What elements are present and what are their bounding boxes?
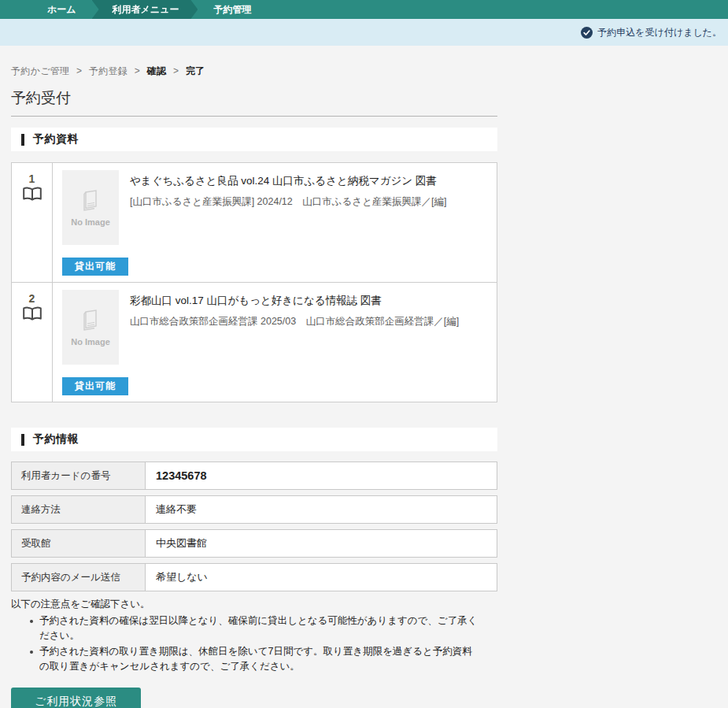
material-detail: 山口市総合政策部企画経営課 2025/03 山口市総合政策部企画経営課／[編] [130,315,459,328]
info-label: 連絡方法 [12,496,146,523]
breadcrumb-separator: > [173,65,179,76]
main-content: 予約かご管理 > 予約登録 > 確認 > 完了 予約受付 予約資料 1 [11,46,497,708]
open-book-icon [23,306,42,321]
breadcrumb-item-complete: 完了 [186,65,205,76]
material-title: 彩都山口 vol.17 山口がもっと好きになる情報誌 図書 [130,294,459,309]
no-image-book-icon [80,309,101,334]
note-item: 予約された資料の確保は翌日以降となり、確保前に貸出しとなる可能性がありますので、… [28,613,481,644]
material-detail: [山口市ふるさと産業振興課] 2024/12 山口市ふるさと産業振興課／[編] [130,195,446,209]
info-row-mail-send: 予約内容のメール送信 希望しない [11,563,497,591]
materials-table: 1 [11,162,497,402]
info-value: 希望しない [146,564,208,591]
info-label: 予約内容のメール送信 [12,564,146,591]
no-image-book-icon [80,189,101,214]
section-title: 予約資料 [33,132,79,146]
page-title: 予約受付 [11,88,497,109]
section-title: 予約情報 [33,432,79,447]
no-image-placeholder: No Image [62,170,119,245]
check-circle-icon [581,27,593,39]
notice-bar: 予約申込を受け付けました。 [0,19,728,46]
breadcrumb-item-register[interactable]: 予約登録 [89,65,127,76]
material-number-cell: 2 [12,283,53,402]
material-body: No Image 貸出可能 やまぐちふるさと良品 vol.24 山口市ふるさと納… [53,163,497,282]
material-row-2: 2 [12,282,497,402]
info-value: 中央図書館 [146,530,207,557]
breadcrumb-separator: > [135,65,140,76]
section-bar [21,134,24,146]
material-number: 2 [29,292,35,305]
nav-tab-user-menu[interactable]: 利用者メニュー [92,0,198,19]
material-title: やまぐちふるさと良品 vol.24 山口市ふるさと納税マガジン 図書 [130,174,446,189]
info-row-card-number: 利用者カードの番号 12345678 [11,461,497,490]
section-bar [21,434,24,446]
top-navigation: ホーム 利用者メニュー 予約管理 [0,0,728,19]
info-label: 受取館 [12,530,146,557]
info-row-contact-method: 連絡方法 連絡不要 [11,495,497,524]
section-header-materials: 予約資料 [11,128,497,151]
status-badge: 貸出可能 [62,258,128,276]
status-badge: 貸出可能 [62,377,128,395]
no-image-placeholder: No Image [62,290,119,365]
material-number-cell: 1 [12,163,53,282]
breadcrumb-separator: > [76,65,82,76]
title-divider [11,116,497,117]
info-value: 12345678 [146,462,207,489]
breadcrumb-item-confirm: 確認 [147,65,167,76]
info-row-pickup-library: 受取館 中央図書館 [11,529,497,558]
material-text: やまぐちふるさと良品 vol.24 山口市ふるさと納税マガジン 図書 [山口市ふ… [130,170,446,276]
nav-tab-home[interactable]: ホーム [31,0,92,19]
usage-status-button[interactable]: ご利用状況参照 [11,688,141,708]
nav-tab-reservation-management[interactable]: 予約管理 [198,0,267,19]
no-image-label: No Image [71,217,110,227]
breadcrumb-item-basket[interactable]: 予約かご管理 [11,65,69,76]
info-value: 連絡不要 [146,496,197,523]
section-header-info: 予約情報 [11,428,497,451]
info-label: 利用者カードの番号 [12,462,146,489]
note-item: 予約された資料の取り置き期限は、休館日を除いて7日間です。取り置き期限を過ぎると… [28,644,481,675]
notes: 以下の注意点をご確認下さい。 予約された資料の確保は翌日以降となり、確保前に貸出… [11,597,497,674]
material-image-column: No Image 貸出可能 [62,170,130,276]
notes-list: 予約された資料の確保は翌日以降となり、確保前に貸出しとなる可能性がありますので、… [11,613,497,675]
material-number: 1 [29,172,35,185]
material-body: No Image 貸出可能 彩都山口 vol.17 山口がもっと好きになる情報誌… [53,283,497,402]
notes-intro: 以下の注意点をご確認下さい。 [11,597,497,612]
open-book-icon [23,187,42,202]
reservation-info-table: 利用者カードの番号 12345678 連絡方法 連絡不要 受取館 中央図書館 予… [11,461,497,591]
breadcrumb: 予約かご管理 > 予約登録 > 確認 > 完了 [11,65,497,78]
no-image-label: No Image [71,337,110,347]
material-image-column: No Image 貸出可能 [62,290,130,395]
notice-message: 予約申込を受け付けました。 [597,26,722,39]
material-row-1: 1 [12,163,497,282]
material-text: 彩都山口 vol.17 山口がもっと好きになる情報誌 図書 山口市総合政策部企画… [130,290,459,395]
